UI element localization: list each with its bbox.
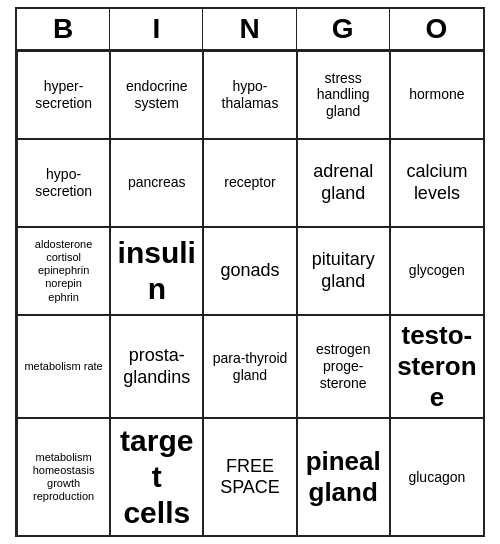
- cell-text: hyper-secretion: [22, 78, 105, 112]
- cell-text: insulin: [115, 235, 198, 307]
- cell-text: glycogen: [409, 262, 465, 279]
- bingo-cell[interactable]: estrogen proge-sterone: [297, 315, 390, 419]
- bingo-cell[interactable]: gonads: [203, 227, 296, 315]
- bingo-cell[interactable]: calcium levels: [390, 139, 483, 227]
- cell-text: gonads: [220, 260, 279, 282]
- bingo-cell[interactable]: hypo-secretion: [17, 139, 110, 227]
- cell-text: calcium levels: [395, 161, 479, 204]
- bingo-cell[interactable]: glycogen: [390, 227, 483, 315]
- bingo-cell[interactable]: hormone: [390, 51, 483, 139]
- bingo-cell[interactable]: metabolism homeostasis growth reproducti…: [17, 418, 110, 535]
- bingo-cell[interactable]: prosta-glandins: [110, 315, 203, 419]
- header-letter: N: [203, 9, 296, 49]
- cell-text: receptor: [224, 174, 275, 191]
- bingo-cell[interactable]: hypo-thalamas: [203, 51, 296, 139]
- bingo-cell[interactable]: para-thyroid gland: [203, 315, 296, 419]
- bingo-cell[interactable]: pancreas: [110, 139, 203, 227]
- cell-text: adrenal gland: [302, 161, 385, 204]
- cell-text: pineal gland: [302, 446, 385, 508]
- bingo-cell[interactable]: stress handling gland: [297, 51, 390, 139]
- cell-text: testo-sterone: [395, 320, 479, 414]
- bingo-cell[interactable]: pineal gland: [297, 418, 390, 535]
- cell-text: pituitary gland: [302, 249, 385, 292]
- bingo-cell[interactable]: metabolism rate: [17, 315, 110, 419]
- bingo-cell[interactable]: hyper-secretion: [17, 51, 110, 139]
- cell-text: FREE SPACE: [208, 456, 291, 499]
- bingo-cell[interactable]: FREE SPACE: [203, 418, 296, 535]
- cell-text: endocrine system: [115, 78, 198, 112]
- cell-text: glucagon: [408, 469, 465, 486]
- cell-text: metabolism rate: [24, 360, 102, 373]
- bingo-cell[interactable]: endocrine system: [110, 51, 203, 139]
- bingo-cell[interactable]: testo-sterone: [390, 315, 483, 419]
- cell-text: para-thyroid gland: [208, 350, 291, 384]
- bingo-cell[interactable]: receptor: [203, 139, 296, 227]
- header-letter: O: [390, 9, 483, 49]
- bingo-cell[interactable]: glucagon: [390, 418, 483, 535]
- bingo-cell[interactable]: pituitary gland: [297, 227, 390, 315]
- header-letter: B: [17, 9, 110, 49]
- cell-text: target cells: [115, 423, 198, 531]
- cell-text: hypo-thalamas: [208, 78, 291, 112]
- bingo-cell[interactable]: target cells: [110, 418, 203, 535]
- bingo-cell[interactable]: adrenal gland: [297, 139, 390, 227]
- cell-text: aldosterone cortisol epinephrin norepin …: [35, 238, 93, 304]
- bingo-grid: hyper-secretionendocrine systemhypo-thal…: [17, 51, 483, 536]
- cell-text: stress handling gland: [302, 70, 385, 120]
- bingo-header: BINGO: [17, 9, 483, 51]
- cell-text: prosta-glandins: [115, 345, 198, 388]
- cell-text: estrogen proge-sterone: [302, 341, 385, 391]
- header-letter: G: [297, 9, 390, 49]
- bingo-card: BINGO hyper-secretionendocrine systemhyp…: [15, 7, 485, 538]
- cell-text: pancreas: [128, 174, 186, 191]
- cell-text: hormone: [409, 86, 464, 103]
- bingo-cell[interactable]: insulin: [110, 227, 203, 315]
- cell-text: metabolism homeostasis growth reproducti…: [22, 451, 105, 504]
- cell-text: hypo-secretion: [22, 166, 105, 200]
- header-letter: I: [110, 9, 203, 49]
- bingo-cell[interactable]: aldosterone cortisol epinephrin norepin …: [17, 227, 110, 315]
